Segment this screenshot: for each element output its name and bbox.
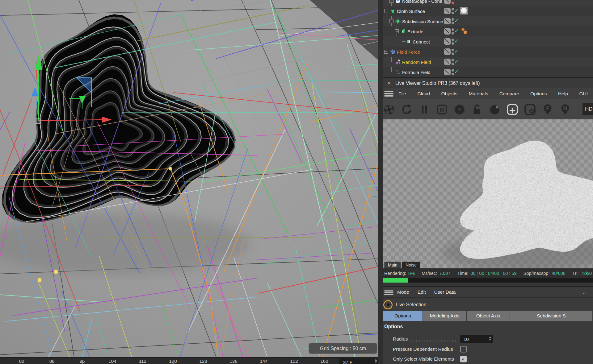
object-row[interactable]: Subdivision Surface✓ xyxy=(383,16,593,26)
timeline-frame-80[interactable]: 80 xyxy=(19,358,24,364)
value-stepper[interactable] xyxy=(489,337,491,341)
lv-menu-help[interactable]: Help xyxy=(558,91,568,97)
enabled-check-icon[interactable]: ✓ xyxy=(454,68,459,75)
layer-box-icon[interactable] xyxy=(444,0,451,4)
enabled-check-icon[interactable]: ✓ xyxy=(454,38,459,44)
visibility-dot-render[interactable] xyxy=(452,52,454,55)
lv-menu-cloud[interactable]: Cloud xyxy=(417,91,430,97)
object-row[interactable]: Cloth Surface✓ xyxy=(383,6,593,16)
expand-toggle-icon[interactable] xyxy=(389,0,393,3)
object-row[interactable]: Random Field✓ xyxy=(383,57,593,67)
timeline-frame-128[interactable]: 128 xyxy=(199,358,207,364)
layer-box-icon[interactable] xyxy=(444,28,451,35)
pause-icon[interactable] xyxy=(418,103,431,116)
object-label[interactable]: Connect xyxy=(413,39,430,44)
am-menu-edit[interactable]: Edit xyxy=(418,289,426,295)
visibility-dot-render[interactable] xyxy=(452,63,454,65)
layer-box-icon[interactable] xyxy=(444,59,451,65)
enabled-check-icon[interactable]: ✓ xyxy=(454,58,459,65)
visibility-dot-render[interactable] xyxy=(452,32,454,35)
expand-toggle-icon[interactable] xyxy=(384,9,388,13)
render-region-icon[interactable]: R xyxy=(436,103,448,116)
lv-menu-materials[interactable]: Materials xyxy=(469,91,488,97)
material-thumbnail[interactable] xyxy=(460,7,468,14)
visibility-dot-editor[interactable] xyxy=(452,0,454,0)
object-label[interactable]: NoiseScape - Cone xyxy=(402,0,442,3)
menu-icon[interactable] xyxy=(384,290,393,295)
frame-stepper[interactable] xyxy=(375,359,377,363)
lv-menu-objects[interactable]: Objects xyxy=(441,91,457,97)
lv-menu-options[interactable]: Options xyxy=(530,91,547,97)
menu-icon[interactable] xyxy=(384,91,393,97)
hd-toggle-button[interactable]: HD xyxy=(582,103,593,115)
am-menu-user-data[interactable]: User Data xyxy=(434,289,456,295)
attribute-tab-options[interactable]: Options xyxy=(383,311,423,321)
object-row[interactable]: Formula Field✓ xyxy=(383,67,593,77)
render-tab-noise[interactable]: Noise xyxy=(402,262,420,268)
object-row[interactable]: Extrude✓ xyxy=(383,26,593,36)
layer-box-icon[interactable] xyxy=(444,8,451,14)
timeline-frame-136[interactable]: 136 xyxy=(229,358,237,364)
material-sphere-icon[interactable] xyxy=(489,103,501,116)
visibility-dot-render[interactable] xyxy=(452,22,454,24)
octane-turbine-icon[interactable] xyxy=(383,103,395,116)
visibility-dot-render[interactable] xyxy=(452,2,454,4)
close-icon[interactable]: × xyxy=(383,80,395,87)
object-label[interactable]: Extrude xyxy=(407,29,423,34)
lv-menu-compare[interactable]: Compare xyxy=(499,91,519,97)
picture-in-picture-icon[interactable] xyxy=(524,103,536,116)
pressure-dependent-radius-checkbox[interactable] xyxy=(460,346,467,353)
object-row[interactable]: Connect✓ xyxy=(383,36,593,47)
enabled-check-icon[interactable]: ✓ xyxy=(454,28,459,34)
layer-box-icon[interactable] xyxy=(444,48,451,55)
object-label[interactable]: Field Force xyxy=(397,49,420,54)
render-tab-main[interactable]: Main xyxy=(384,262,401,268)
add-box-icon[interactable] xyxy=(506,103,519,116)
visibility-dot-editor[interactable] xyxy=(452,49,454,51)
live-selection-icon[interactable] xyxy=(383,300,393,309)
attribute-tab-object-axis[interactable]: Object Axis xyxy=(467,311,510,321)
object-label[interactable]: Cloth Surface xyxy=(397,8,425,14)
current-frame-field[interactable]: 37 F xyxy=(339,358,379,364)
object-label[interactable]: Subdivision Surface xyxy=(402,19,443,24)
visibility-dot-editor[interactable] xyxy=(452,18,454,21)
visibility-dot-editor[interactable] xyxy=(452,28,454,31)
timeline-frame-104[interactable]: 104 xyxy=(108,358,116,364)
timeline[interactable]: 37 F 808896104112120128136144152160 xyxy=(0,357,378,364)
enabled-check-icon[interactable]: ✓ xyxy=(454,18,459,24)
timeline-frame-112[interactable]: 112 xyxy=(139,358,146,364)
attribute-tab-modeling-axis[interactable]: Modeling Axis xyxy=(423,311,467,321)
timeline-frame-88[interactable]: 88 xyxy=(49,358,55,364)
visibility-dot-render[interactable] xyxy=(452,73,454,75)
object-row[interactable]: NoiseScape - Cone xyxy=(383,0,593,6)
history-back-icon[interactable]: ← xyxy=(582,289,589,295)
object-label[interactable]: Formula Field xyxy=(402,69,431,75)
pin-m-icon[interactable]: M xyxy=(559,103,571,116)
layer-box-icon[interactable] xyxy=(444,38,451,45)
render-view[interactable]: MainNoise xyxy=(383,119,593,268)
enabled-check-icon[interactable]: ✓ xyxy=(454,7,459,14)
timeline-frame-152[interactable]: 152 xyxy=(290,358,298,364)
refresh-icon[interactable] xyxy=(401,103,413,116)
expand-toggle-icon[interactable] xyxy=(389,19,393,23)
am-menu-mode[interactable]: Mode xyxy=(397,289,409,295)
only-select-visible-elements-checkbox[interactable]: ✓ xyxy=(460,356,467,362)
visibility-dot-editor[interactable] xyxy=(452,69,454,72)
expand-toggle-icon[interactable] xyxy=(384,50,388,54)
attribute-tab-subdivision-s[interactable]: Subdivision S xyxy=(510,311,593,321)
visibility-dot-editor[interactable] xyxy=(452,8,454,10)
expand-toggle-icon[interactable] xyxy=(395,29,399,33)
object-label[interactable]: Random Field xyxy=(402,59,431,64)
lv-menu-file[interactable]: File xyxy=(398,91,406,97)
pin-f-icon[interactable]: F xyxy=(541,103,554,116)
visibility-dot-render[interactable] xyxy=(452,12,454,14)
object-row[interactable]: Field Force✓ xyxy=(383,47,593,57)
visibility-dot-render[interactable] xyxy=(452,42,454,45)
timeline-frame-160[interactable]: 160 xyxy=(320,358,328,364)
lock-open-icon[interactable] xyxy=(471,103,483,116)
layer-box-icon[interactable] xyxy=(444,69,451,75)
viewport-3d[interactable]: Grid Spacing : 50 cm xyxy=(0,0,378,357)
visibility-dot-editor[interactable] xyxy=(452,39,454,41)
lv-menu-gui[interactable]: GUI xyxy=(579,91,588,97)
radius-input[interactable]: 10 xyxy=(460,335,493,343)
